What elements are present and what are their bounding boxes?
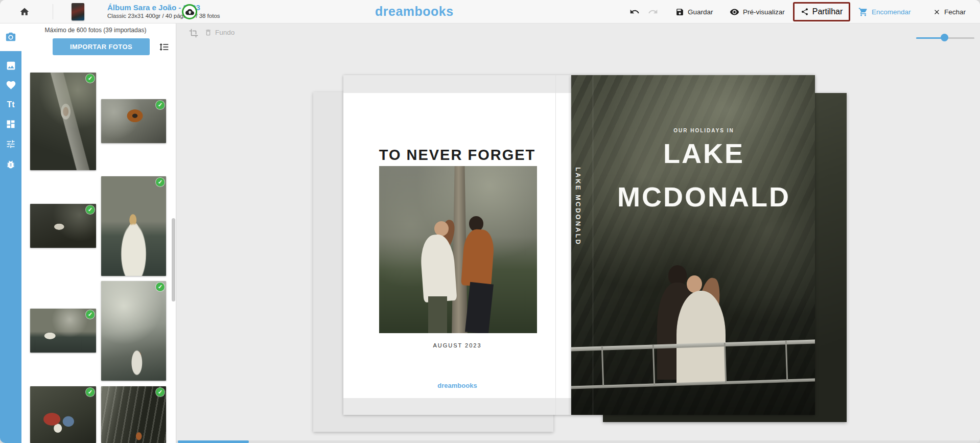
back-cover-brand: dreambooks: [343, 382, 571, 389]
cloud-upload-icon: [185, 8, 194, 16]
eye-icon: [730, 7, 739, 17]
undo-button[interactable]: [629, 0, 640, 24]
album-title: Álbum Sara e João - 2023: [107, 3, 220, 12]
save-icon: [675, 8, 684, 16]
image-icon: [6, 60, 16, 71]
man-figure: [465, 282, 494, 333]
layout-icon: [6, 119, 16, 129]
bug-icon: [6, 159, 16, 170]
redo-icon: [648, 7, 658, 17]
text-icon: Tt: [7, 100, 14, 109]
cart-icon: [858, 7, 868, 17]
app-window: Álbum Sara e João - 2023 Classic 23x31 4…: [0, 0, 980, 443]
check-badge-icon: ✓: [86, 205, 95, 214]
album-meta: Álbum Sara e João - 2023 Classic 23x31 4…: [107, 3, 220, 20]
album-cover-thumbnail: [72, 3, 84, 20]
preview-label: Pré-visualizar: [743, 8, 785, 16]
sidebar-item-stickers[interactable]: [0, 153, 21, 176]
close-label: Fechar: [944, 8, 966, 16]
woman-figure: [434, 221, 449, 236]
photo-thumbnail[interactable]: ✓: [101, 176, 166, 276]
redo-button[interactable]: [648, 0, 658, 24]
dreambooks-logo: dreambooks: [375, 4, 454, 19]
sort-icon: [159, 42, 169, 52]
undo-icon: [629, 7, 640, 17]
editor-canvas: Fundo TO NEVER FORGET: [176, 24, 980, 443]
top-toolbar: Álbum Sara e João - 2023 Classic 23x31 4…: [0, 0, 980, 24]
album-subtitle: Classic 23x31 400gr / 40 páginas / 38 fo…: [107, 12, 220, 20]
crop-icon: [189, 29, 198, 38]
photo-thumbnail[interactable]: ✓: [101, 99, 166, 143]
front-cover-kicker[interactable]: OUR HOLIDAYS IN: [593, 128, 815, 133]
photo-thumbnail[interactable]: ✓: [30, 309, 96, 353]
trash-icon: [204, 29, 212, 36]
check-badge-icon: ✓: [156, 283, 165, 291]
background-tool-button[interactable]: Fundo: [204, 29, 235, 36]
save-button[interactable]: Guardar: [675, 0, 713, 24]
home-button[interactable]: [19, 0, 30, 24]
cloud-sync-button[interactable]: [182, 4, 197, 19]
order-label: Encomendar: [872, 8, 911, 16]
photo-thumbnail[interactable]: ✓: [30, 204, 96, 248]
sidebar-item-photos[interactable]: [0, 24, 21, 51]
check-badge-icon: ✓: [156, 178, 165, 186]
order-button[interactable]: Encomendar: [858, 0, 911, 24]
tune-icon: [6, 139, 16, 149]
photo-thumbnail[interactable]: ✓: [30, 73, 96, 170]
check-badge-icon: ✓: [86, 310, 95, 319]
background-tool-label: Fundo: [215, 29, 235, 36]
save-label: Guardar: [688, 8, 713, 16]
photo-panel: Máximo de 600 fotos (39 importadas) IMPO…: [21, 24, 176, 443]
man-figure: [461, 228, 495, 287]
page-hinge-line: [555, 75, 556, 415]
spine-title[interactable]: LAKE MCDONALD: [574, 167, 582, 320]
heart-icon: [6, 80, 16, 90]
photo-thumbnail[interactable]: ✓: [101, 386, 166, 443]
front-cover-title-line2[interactable]: MCDONALD: [593, 181, 815, 213]
close-icon: [933, 8, 941, 16]
check-badge-icon: ✓: [86, 74, 95, 83]
sidebar-item-layouts[interactable]: [0, 113, 21, 135]
toolbar-divider: [53, 4, 53, 19]
woman-figure: [687, 275, 702, 293]
photo-thumbnail[interactable]: ✓: [101, 281, 166, 381]
woman-figure: [428, 296, 447, 333]
preview-button[interactable]: Pré-visualizar: [730, 0, 785, 24]
front-cover-title-line1[interactable]: LAKE: [593, 137, 815, 169]
woman-figure: [676, 291, 726, 383]
book-back-cover[interactable]: TO NEVER FORGET AUGUST 2023 dreambooks: [343, 75, 571, 415]
close-button[interactable]: Fechar: [933, 0, 966, 24]
share-label[interactable]: Partilhar: [812, 7, 843, 16]
scrollbar-thumb[interactable]: [178, 440, 249, 443]
page-bleed-top: [343, 75, 571, 93]
canvas-horizontal-scrollbar[interactable]: [176, 440, 980, 443]
book-front-cover[interactable]: LAKE MCDONALD OUR HOLIDAYS IN LAKE MCDON…: [571, 75, 815, 415]
back-cover-title[interactable]: TO NEVER FORGET: [343, 147, 571, 164]
sidebar-item-favorites[interactable]: [0, 74, 21, 96]
zoom-slider-thumb[interactable]: [941, 34, 948, 41]
panel-scrollbar[interactable]: [172, 218, 175, 301]
zoom-slider[interactable]: [916, 34, 974, 42]
camera-icon: [5, 32, 16, 43]
check-badge-icon: ✓: [86, 388, 95, 397]
photo-thumbnail[interactable]: ✓: [30, 386, 96, 443]
sort-photos-button[interactable]: [157, 41, 171, 53]
photo-limit-text: Máximo de 600 fotos (39 importadas): [21, 27, 170, 34]
sidebar-item-adjustments[interactable]: [0, 133, 21, 155]
share-icon[interactable]: [801, 8, 809, 16]
check-badge-icon: ✓: [156, 101, 165, 109]
share-button-highlight: Partilhar: [793, 2, 850, 21]
import-photos-button[interactable]: IMPORTAR FOTOS: [53, 38, 150, 55]
check-badge-icon: ✓: [156, 388, 165, 397]
spine-fold-line: [593, 75, 593, 415]
home-icon: [19, 7, 30, 17]
back-cover-date[interactable]: AUGUST 2023: [343, 342, 571, 348]
woman-figure: [419, 234, 457, 302]
crop-tool-button[interactable]: [189, 29, 198, 40]
zoom-slider-fill: [916, 37, 944, 39]
tool-rail: Tt: [0, 24, 21, 443]
back-cover-photo[interactable]: [379, 166, 537, 333]
page-bleed-bottom: [343, 398, 571, 415]
